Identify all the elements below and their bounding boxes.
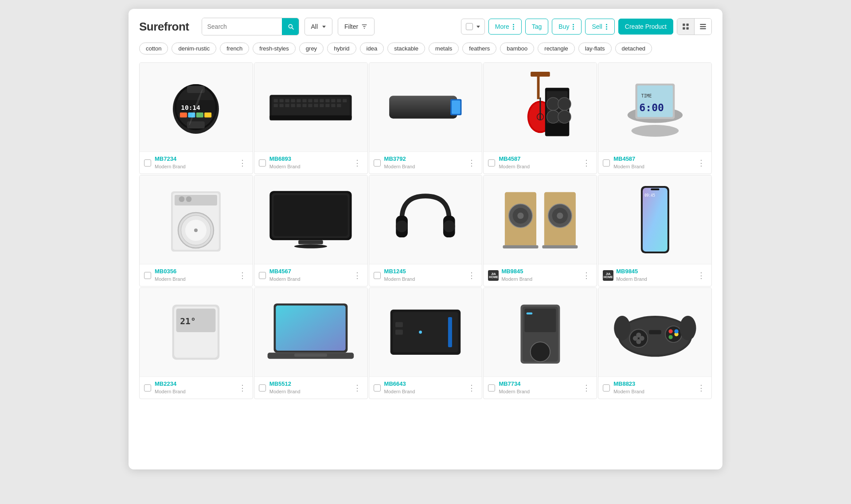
tag-chip-detached[interactable]: detached: [615, 43, 652, 54]
tag-button[interactable]: Tag: [525, 19, 549, 35]
product-menu-button[interactable]: ⋮: [237, 158, 248, 168]
product-select-checkbox[interactable]: [374, 272, 381, 279]
search-input[interactable]: [202, 18, 282, 35]
svg-rect-49: [270, 116, 352, 120]
product-select-checkbox[interactable]: [144, 272, 151, 279]
product-select-checkbox[interactable]: [259, 384, 266, 392]
list-view-button[interactable]: [695, 19, 711, 35]
product-id[interactable]: MB4587: [613, 155, 695, 162]
product-image[interactable]: 21°: [140, 288, 253, 376]
product-select-checkbox[interactable]: [259, 159, 266, 167]
tag-chip-lay-flats[interactable]: lay-flats: [578, 43, 612, 54]
product-image[interactable]: [484, 175, 597, 264]
product-menu-button[interactable]: ⋮: [581, 158, 592, 168]
product-menu-button[interactable]: ⋮: [466, 158, 477, 168]
product-select-checkbox[interactable]: [259, 272, 266, 279]
svg-point-122: [531, 342, 550, 361]
product-id[interactable]: MB6643: [384, 380, 466, 387]
filter-button[interactable]: Filter: [338, 18, 375, 35]
product-info: MB0356Modern Brand: [155, 268, 237, 283]
create-product-button[interactable]: Create Product: [618, 19, 673, 35]
search-button[interactable]: [282, 18, 299, 35]
product-id[interactable]: MB6893: [269, 155, 351, 162]
product-image[interactable]: [369, 175, 482, 264]
product-info: MB9845Modern Brand: [616, 268, 695, 283]
tag-chip-feathers[interactable]: feathers: [462, 43, 496, 54]
buy-button[interactable]: Buy: [552, 19, 582, 35]
product-image[interactable]: [484, 288, 597, 376]
tag-chip-cotton[interactable]: cotton: [139, 43, 168, 54]
product-image[interactable]: [254, 175, 367, 264]
svg-point-62: [547, 97, 559, 110]
product-menu-button[interactable]: ⋮: [351, 158, 363, 168]
product-id[interactable]: MB7734: [499, 380, 581, 387]
svg-point-138: [679, 316, 696, 341]
product-select-checkbox[interactable]: [488, 159, 495, 167]
product-menu-button[interactable]: ⋮: [237, 271, 248, 280]
svg-rect-5: [683, 27, 685, 30]
more-button[interactable]: More: [488, 19, 522, 35]
tag-chip-bamboo[interactable]: bamboo: [500, 43, 534, 54]
svg-point-65: [558, 110, 571, 123]
product-image[interactable]: [369, 63, 482, 151]
product-menu-button[interactable]: ⋮: [466, 383, 477, 393]
product-menu-button[interactable]: ⋮: [581, 383, 592, 393]
tag-chip-idea[interactable]: idea: [360, 43, 384, 54]
svg-rect-9: [700, 28, 706, 29]
product-select-checkbox[interactable]: [603, 384, 610, 392]
product-card: TIME 6:00 MB4587Modern Brand⋮: [598, 62, 712, 174]
product-image[interactable]: 09:45: [598, 175, 711, 264]
sell-dots-icon: [605, 24, 608, 30]
product-image[interactable]: [369, 288, 482, 376]
product-id[interactable]: MB4587: [499, 155, 581, 162]
product-image[interactable]: [254, 63, 367, 151]
product-image[interactable]: [254, 288, 367, 376]
product-image[interactable]: [484, 63, 597, 151]
svg-rect-33: [326, 99, 330, 102]
product-id[interactable]: MB3792: [384, 155, 466, 162]
select-all-dropdown[interactable]: [461, 19, 485, 35]
product-id[interactable]: MB5512: [269, 380, 351, 387]
product-id[interactable]: MB0356: [155, 268, 237, 275]
product-image[interactable]: 10:14: [140, 63, 253, 151]
product-select-checkbox[interactable]: [144, 384, 151, 392]
tag-chip-metals[interactable]: metals: [429, 43, 459, 54]
tag-chip-grey[interactable]: grey: [299, 43, 324, 54]
product-id[interactable]: MB4567: [269, 268, 351, 275]
product-id[interactable]: MB2234: [155, 380, 237, 387]
product-menu-button[interactable]: ⋮: [237, 383, 248, 393]
tag-chip-denim-rustic[interactable]: denim-rustic: [172, 43, 216, 54]
product-image[interactable]: [598, 288, 711, 376]
product-id[interactable]: MB9845: [501, 268, 581, 275]
product-image[interactable]: [140, 175, 253, 264]
product-id[interactable]: MB7234: [155, 155, 237, 162]
tag-chip-rectangle[interactable]: rectangle: [538, 43, 574, 54]
sell-button[interactable]: Sell: [585, 19, 614, 35]
product-id[interactable]: MB9845: [616, 268, 695, 275]
product-menu-button[interactable]: ⋮: [466, 271, 477, 280]
svg-text:TIME: TIME: [641, 93, 652, 98]
product-menu-button[interactable]: ⋮: [695, 383, 707, 393]
product-select-checkbox[interactable]: [374, 159, 381, 167]
product-select-checkbox[interactable]: [603, 159, 610, 167]
product-menu-button[interactable]: ⋮: [351, 271, 363, 280]
tag-chip-fresh-styles[interactable]: fresh-styles: [253, 43, 295, 54]
product-menu-button[interactable]: ⋮: [351, 383, 363, 393]
product-menu-button[interactable]: ⋮: [581, 271, 592, 280]
product-menu-button[interactable]: ⋮: [695, 271, 707, 280]
all-dropdown[interactable]: All: [304, 18, 333, 35]
product-footer: JIAHOMEMB9845Modern Brand⋮: [598, 264, 711, 286]
product-id[interactable]: MB1245: [384, 268, 466, 275]
tag-chip-french[interactable]: french: [220, 43, 249, 54]
grid-view-button[interactable]: [677, 19, 695, 35]
product-menu-button[interactable]: ⋮: [695, 158, 707, 168]
product-card: MB6893Modern Brand⋮: [254, 62, 368, 174]
tag-chip-hybrid[interactable]: hybrid: [327, 43, 356, 54]
product-id[interactable]: MB8823: [613, 380, 695, 387]
tag-chip-stackable[interactable]: stackable: [387, 43, 425, 54]
product-select-checkbox[interactable]: [488, 384, 495, 392]
product-image[interactable]: TIME 6:00: [598, 63, 711, 151]
svg-rect-54: [537, 74, 540, 99]
product-select-checkbox[interactable]: [144, 159, 151, 167]
product-select-checkbox[interactable]: [374, 384, 381, 392]
